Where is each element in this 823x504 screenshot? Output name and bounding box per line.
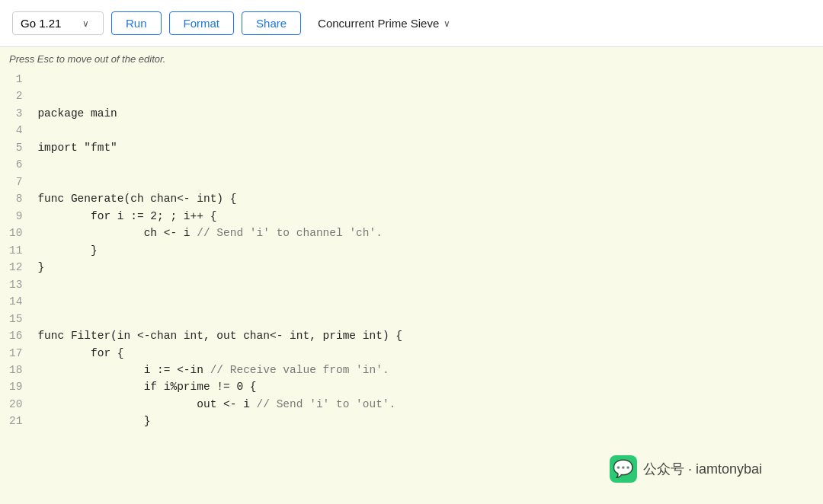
watermark: 💬 公众号 · iamtonybai	[610, 455, 762, 483]
line-number: 10	[9, 225, 22, 241]
esc-hint: Press Esc to move out of the editor.	[0, 47, 823, 68]
line-number: 6	[9, 156, 22, 173]
code-line	[37, 71, 817, 88]
editor-area: Press Esc to move out of the editor. 123…	[0, 47, 823, 504]
line-number: 19	[9, 378, 22, 395]
line-number: 12	[9, 259, 22, 276]
format-button[interactable]: Format	[169, 11, 235, 35]
line-number: 16	[9, 327, 22, 344]
code-line: out <- i // Send 'i' to 'out'.	[37, 396, 817, 413]
watermark-icon: 💬	[610, 455, 637, 483]
version-label: Go 1.21	[21, 17, 61, 30]
line-number: 17	[9, 345, 22, 362]
code-line: }	[37, 242, 817, 259]
line-number: 9	[9, 208, 22, 225]
example-label: Concurrent Prime Sieve	[318, 17, 439, 30]
code-editor[interactable]: 123456789101112131415161718192021 packag…	[0, 68, 823, 433]
watermark-text: 公众号 · iamtonybai	[643, 460, 762, 478]
code-line	[37, 174, 817, 190]
code-line: ch <- i // Send 'i' to channel 'ch'.	[37, 225, 817, 241]
toolbar: Go 1.21 ∨ Run Format Share Concurrent Pr…	[0, 0, 823, 47]
line-number: 8	[9, 190, 22, 207]
code-line: package main	[37, 105, 817, 122]
code-content: package mainimport "fmt"func Generate(ch…	[31, 71, 823, 430]
line-number: 21	[9, 413, 22, 429]
share-button[interactable]: Share	[242, 11, 301, 35]
code-line	[37, 311, 817, 327]
version-chevron: ∨	[82, 18, 89, 29]
code-line: func Generate(ch chan<- int) {	[37, 190, 817, 207]
line-number: 1	[9, 71, 22, 88]
line-number: 15	[9, 311, 22, 327]
line-number: 2	[9, 88, 22, 104]
code-line	[37, 88, 817, 104]
code-line	[37, 293, 817, 310]
code-line: func Filter(in <-chan int, out chan<- in…	[37, 327, 817, 344]
version-selector[interactable]: Go 1.21 ∨	[12, 11, 104, 35]
code-line: i := <-in // Receive value from 'in'.	[37, 362, 817, 378]
line-number: 11	[9, 242, 22, 259]
line-number: 7	[9, 174, 22, 190]
line-numbers: 123456789101112131415161718192021	[0, 71, 31, 430]
example-chevron: ∨	[444, 18, 450, 29]
code-line: }	[37, 259, 817, 276]
code-line	[37, 276, 817, 293]
code-line: import "fmt"	[37, 139, 817, 156]
line-number: 14	[9, 293, 22, 310]
line-number: 18	[9, 362, 22, 378]
code-line: for i := 2; ; i++ {	[37, 208, 817, 225]
code-line: for {	[37, 345, 817, 362]
line-number: 3	[9, 105, 22, 122]
code-line: }	[37, 413, 817, 429]
line-number: 13	[9, 276, 22, 293]
line-number: 20	[9, 396, 22, 413]
code-line	[37, 156, 817, 173]
code-line	[37, 122, 817, 139]
line-number: 4	[9, 122, 22, 139]
run-button[interactable]: Run	[111, 11, 162, 35]
example-selector[interactable]: Concurrent Prime Sieve ∨	[309, 12, 460, 34]
line-number: 5	[9, 139, 22, 156]
code-line: if i%prime != 0 {	[37, 378, 817, 395]
